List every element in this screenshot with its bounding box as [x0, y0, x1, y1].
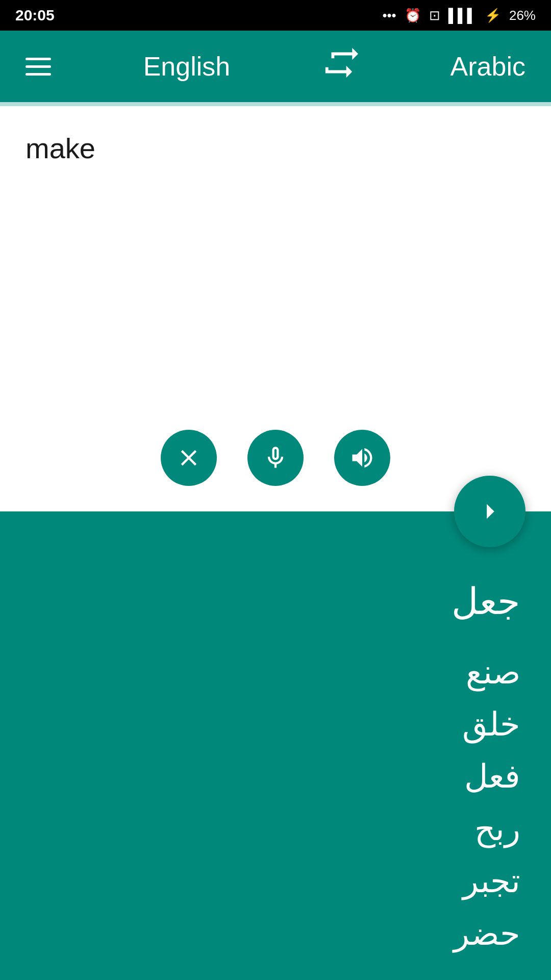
alternative-translations: صنعخلقفعلربحتجبرحضر [454, 646, 520, 960]
status-sim: ⊡ [429, 8, 440, 23]
speaker-source-button[interactable] [334, 430, 390, 486]
microphone-button[interactable] [247, 430, 304, 486]
source-language[interactable]: English [143, 51, 231, 82]
status-bar: 20:05 ••• ⏰ ⊡ ▌▌▌ ⚡ 26% [0, 0, 551, 31]
input-container: make [0, 106, 551, 511]
status-charge: ⚡ [485, 8, 501, 23]
translate-button[interactable] [454, 476, 525, 547]
top-bar: English Arabic [0, 31, 551, 102]
target-language[interactable]: Arabic [450, 51, 525, 82]
status-alarm: ⏰ [405, 8, 421, 23]
status-time: 20:05 [15, 7, 55, 24]
status-dots: ••• [382, 8, 396, 23]
section-divider [0, 102, 551, 106]
input-section: make [0, 106, 551, 511]
status-battery: 26% [509, 8, 536, 23]
output-section: جعل صنعخلقفعلربحتجبرحضر [0, 511, 551, 980]
swap-languages-button[interactable] [322, 45, 358, 88]
status-icons: ••• ⏰ ⊡ ▌▌▌ ⚡ 26% [382, 8, 536, 23]
menu-button[interactable] [26, 58, 51, 76]
clear-button[interactable] [161, 430, 217, 486]
status-signal: ▌▌▌ [448, 8, 477, 23]
source-text-input[interactable]: make [0, 106, 551, 412]
main-translation: جعل [452, 578, 520, 626]
